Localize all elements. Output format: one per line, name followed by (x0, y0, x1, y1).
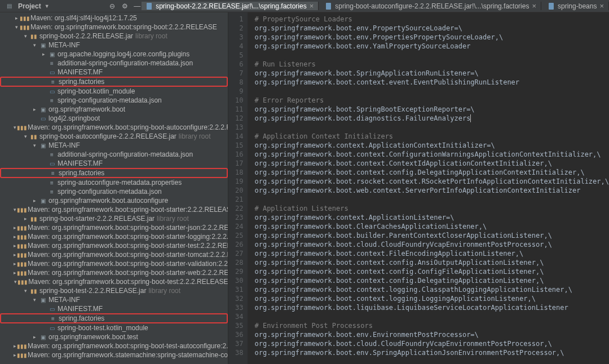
code-line[interactable]: org.springframework.boot.builder.ParentC… (254, 231, 609, 240)
expand-arrow-icon[interactable]: ▸ (14, 252, 16, 258)
code-line[interactable]: org.springframework.boot.SpringBootExcep… (254, 105, 609, 114)
tree-node[interactable]: ▾▮▮▮Maven: org.springframework.boot:spri… (0, 123, 228, 132)
code-line[interactable]: org.springframework.boot.web.context.Ser… (254, 186, 609, 195)
tree-node[interactable]: ▸▮▮▮Maven: org.springframework.boot:spri… (0, 250, 228, 259)
expand-arrow-icon[interactable]: ▾ (32, 297, 37, 303)
expand-arrow-icon[interactable]: ▸ (14, 15, 19, 21)
tree-node[interactable]: ▸▮▮▮Maven: org.springframework.statemach… (0, 350, 228, 359)
expand-arrow-icon[interactable] (41, 306, 46, 312)
code-line[interactable] (254, 51, 609, 60)
expand-arrow-icon[interactable] (41, 325, 46, 331)
expand-arrow-icon[interactable]: ▸ (14, 225, 16, 230)
tree-node[interactable]: ▸▮▮spring-boot-starter-2.2.2.RELEASE.jar… (0, 214, 228, 223)
expand-arrow-icon[interactable] (41, 152, 46, 157)
tree-node[interactable]: ▾▣META-INF (0, 141, 228, 150)
code-line[interactable]: org.springframework.boot.context.logging… (254, 294, 609, 303)
expand-arrow-icon[interactable]: ▾ (23, 288, 28, 294)
expand-arrow-icon[interactable]: ▸ (32, 106, 37, 112)
code-line[interactable]: org.springframework.boot.cloud.CloudFoun… (254, 339, 609, 348)
tree-node[interactable]: ▭MANIFEST.MF (0, 159, 228, 168)
code-line[interactable]: org.springframework.boot.env.SpringAppli… (254, 348, 609, 357)
expand-arrow-icon[interactable]: ▾ (32, 143, 37, 148)
expand-arrow-icon[interactable]: ▾ (14, 207, 16, 212)
tree-node[interactable]: ≡additional-spring-configuration-metadat… (0, 59, 228, 68)
code-line[interactable]: org.springframework.boot.rsocket.context… (254, 177, 609, 186)
editor-tab[interactable]: spring-boot-2.2.2.RELEASE.jar!\...\sprin… (142, 2, 319, 10)
expand-arrow-icon[interactable]: ▾ (23, 134, 28, 139)
tree-node[interactable]: ▭MANIFEST.MF (0, 304, 228, 313)
tree-node[interactable]: ▭spring-boot-test.kotlin_module (0, 323, 228, 332)
expand-arrow-icon[interactable]: ▾ (14, 279, 17, 285)
tree-node[interactable]: ▸▣org.springframework.boot (0, 105, 228, 114)
code-line[interactable]: org.springframework.boot.context.event.E… (254, 78, 609, 87)
expand-arrow-icon[interactable] (32, 116, 37, 121)
tree-node[interactable]: ▾▮▮▮Maven: org.springframework.boot:spri… (0, 277, 228, 286)
tree-node[interactable]: ▸▣org.apache.logging.log4j.core.config.p… (0, 50, 228, 59)
expand-arrow-icon[interactable]: ▸ (14, 243, 16, 248)
expand-arrow-icon[interactable] (41, 180, 46, 185)
expand-arrow-icon[interactable] (42, 316, 47, 321)
project-label[interactable]: Project (18, 2, 41, 10)
tree-node[interactable]: ≡additional-spring-configuration-metadat… (0, 150, 228, 159)
expand-arrow-icon[interactable]: ▸ (32, 198, 37, 203)
code-line[interactable]: org.springframework.boot.env.PropertySou… (254, 24, 609, 33)
tree-node[interactable]: ▭log4j2.springboot (0, 114, 228, 123)
tree-node[interactable]: ▸▮▮▮Maven: org.slf4j:slf4j-log4j12:1.7.2… (0, 14, 228, 23)
tree-node[interactable]: ▾▣META-INF (0, 295, 228, 304)
code-line[interactable]: org.springframework.boot.context.FileEnc… (254, 249, 609, 258)
collapse-icon[interactable]: ⊖ (108, 2, 117, 11)
code-line[interactable]: org.springframework.boot.context.Configu… (254, 150, 609, 159)
tree-node[interactable]: ▭MANIFEST.MF (0, 68, 228, 77)
code-line[interactable]: org.springframework.boot.env.YamlPropert… (254, 42, 609, 51)
editor-tab[interactable]: spring-boot-autoconfigure-2.2.2.RELEASE.… (321, 2, 541, 10)
expand-arrow-icon[interactable]: ▸ (14, 234, 16, 239)
tree-node[interactable]: ▸▮▮▮Maven: org.springframework.boot:spri… (0, 268, 228, 277)
code-line[interactable]: org.springframework.boot.env.Environment… (254, 330, 609, 339)
tree-node[interactable]: ≡spring-autoconfigure-metadata.propertie… (0, 178, 228, 187)
tree-node[interactable]: ▾▣META-INF (0, 41, 228, 50)
expand-arrow-icon[interactable]: ▾ (14, 24, 19, 30)
expand-arrow-icon[interactable]: ▸ (32, 334, 37, 340)
expand-arrow-icon[interactable]: ▾ (23, 33, 28, 39)
expand-arrow-icon[interactable] (42, 79, 47, 85)
tree-node[interactable]: ▸▮▮▮Maven: org.springframework.boot:spri… (0, 223, 228, 232)
tree-node[interactable]: ▾▮▮spring-boot-autoconfigure-2.2.2.RELEA… (0, 132, 228, 141)
tree-node[interactable]: ▾▮▮spring-boot-test-2.2.2.RELEASE.jarlib… (0, 286, 228, 295)
code-line[interactable]: org.springframework.boot.diagnostics.Fai… (254, 114, 609, 123)
close-icon[interactable]: × (310, 2, 314, 10)
code-line[interactable]: # Error Reporters (254, 96, 609, 105)
dropdown-icon[interactable]: ▼ (45, 3, 50, 9)
expand-arrow-icon[interactable]: ▸ (41, 51, 46, 57)
editor-tab[interactable]: spring-beans× (544, 2, 609, 10)
hide-icon[interactable]: — (133, 2, 142, 11)
code-line[interactable]: # PropertySource Loaders (254, 15, 609, 24)
tree-node[interactable]: ▾▮▮spring-boot-2.2.2.RELEASE.jarlibrary … (0, 32, 228, 41)
code-line[interactable]: org.springframework.context.ApplicationL… (254, 213, 609, 222)
tree-node[interactable]: ▸▮▮▮Maven: org.springframework.boot:spri… (0, 241, 228, 250)
expand-arrow-icon[interactable]: ▾ (32, 42, 37, 48)
code-line[interactable]: org.springframework.boot.context.config.… (254, 276, 609, 285)
tree-node[interactable]: ▾▮▮▮Maven: org.springframework.boot:spri… (0, 205, 228, 214)
settings-icon[interactable]: ⚙ (120, 2, 129, 11)
expand-arrow-icon[interactable] (41, 88, 46, 94)
code-line[interactable] (254, 123, 609, 132)
code-line[interactable]: org.springframework.boot.context.config.… (254, 258, 609, 267)
expand-arrow-icon[interactable]: ▸ (14, 352, 16, 358)
code-line[interactable]: # Run Listeners (254, 60, 609, 69)
expand-arrow-icon[interactable] (41, 97, 46, 103)
expand-arrow-icon[interactable]: ▸ (23, 216, 28, 221)
code-line[interactable]: org.springframework.boot.context.config.… (254, 168, 609, 177)
expand-arrow-icon[interactable]: ▸ (14, 261, 16, 267)
expand-arrow-icon[interactable]: ▸ (14, 343, 16, 349)
expand-arrow-icon[interactable] (41, 161, 46, 166)
code-editor[interactable]: 1234567891011121314151617181920212223242… (228, 12, 609, 364)
tree-node[interactable]: ▭spring-boot.kotlin_module (0, 87, 228, 96)
project-tree[interactable]: ▸▮▮▮Maven: org.slf4j:slf4j-log4j12:1.7.2… (0, 12, 228, 364)
tree-node[interactable]: ▸▮▮▮Maven: org.springframework.boot:spri… (0, 341, 228, 350)
tree-node[interactable]: ▸▣org.springframework.boot.test (0, 332, 228, 341)
tree-node[interactable]: ▸▣org.springframework.boot.autoconfigure (0, 196, 228, 205)
code-line[interactable] (254, 87, 609, 96)
expand-arrow-icon[interactable] (41, 69, 46, 75)
tree-node[interactable]: ▾▮▮▮Maven: org.springframework.boot:spri… (0, 23, 228, 32)
code-line[interactable]: # Environment Post Processors (254, 321, 609, 330)
